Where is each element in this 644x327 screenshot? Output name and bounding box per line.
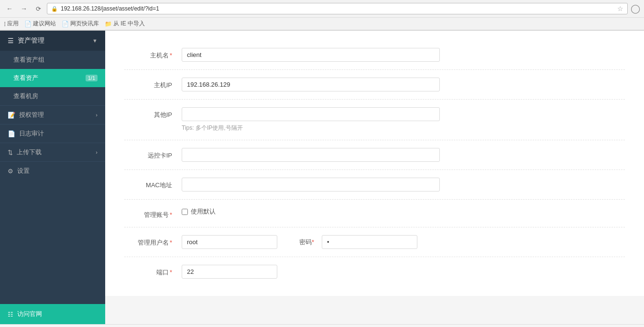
remote-ip-row: 远控卡IP [124,140,625,170]
bookmark-suggest[interactable]: 📄 建议网站 [24,20,56,28]
host-ip-label: 主机IP [124,78,182,90]
hostname-field [182,48,625,62]
mac-field [182,178,625,192]
doc-icon-1: 📄 [24,21,32,27]
sidebar-item-asset-label: 查看资产 [13,74,38,82]
remote-ip-field [182,148,625,162]
forward-button[interactable]: → [18,3,30,14]
refresh-button[interactable]: ⟳ [33,3,44,14]
settings-icon: ⚙ [8,168,13,175]
bookmark-ie[interactable]: 📁 从 IE 中导入 [105,20,145,28]
auth-mgmt-group: 📝 授权管理 › [0,105,105,124]
back-button[interactable]: ← [4,3,15,14]
bookmark-feed-label: 网页快讯库 [70,20,99,28]
chevron-right-icon-auth: › [96,112,98,118]
sidebar-item-asset-group-label: 查看资产组 [13,56,44,64]
folder-icon: 📁 [105,21,112,27]
bookmark-ie-label: 从 IE 中导入 [113,20,145,28]
asset-badge: 1/1 [86,75,98,81]
admin-username-label: 管理用户名* [124,235,182,247]
browser-chrome: ← → ⟳ 🔒 192.168.26.128/jasset/asset/edit… [0,0,644,31]
password-label: 密码* [299,238,314,247]
sidebar-auth-mgmt-header[interactable]: 📝 授权管理 › [0,106,105,124]
grid-icon: ⁝ [4,20,6,28]
auth-icon: 📝 [8,112,15,119]
doc-icon-2: 📄 [62,21,69,27]
footer: Copyright Jumpserver.org Team © 2014-201… [0,324,644,327]
port-input[interactable] [182,265,277,279]
browser-toolbar: ← → ⟳ 🔒 192.168.26.128/jasset/asset/edit… [0,0,644,18]
host-ip-row: 主机IP [124,70,625,100]
sidebar-asset-mgmt-header[interactable]: ☰ 资产管理 ▼ [0,31,105,51]
bookmarks-bar: ⁝ 应用 📄 建议网站 📄 网页快讯库 📁 从 IE 中导入 [0,18,644,30]
chevron-right-icon-upload: › [96,149,98,155]
hostname-row: 主机名* [124,40,625,70]
bookmark-apps[interactable]: ⁝ 应用 [4,20,19,28]
app-layout: ☰ 资产管理 ▼ 查看资产组 查看资产 1/1 查看机房 📝 授权管理 › 📄 … [0,31,644,324]
log-audit-group: 📄 日志审计 [0,124,105,143]
log-icon: 📄 [8,130,15,137]
other-ip-row: 其他IP Tips: 多个IP使用,号隔开 [124,100,625,140]
hostname-label: 主机名* [124,48,182,60]
sidebar-item-datacenter[interactable]: 查看机房 [0,87,105,105]
profile-icon[interactable]: ◯ [631,3,640,14]
url-actions: ☆ [617,5,623,12]
sidebar-auth-mgmt-label: 授权管理 [19,111,44,119]
admin-username-field: 密码* [182,235,625,249]
admin-account-row: 管理账号* 使用默认 [124,200,625,227]
sidebar: ☰ 资产管理 ▼ 查看资产组 查看资产 1/1 查看机房 📝 授权管理 › 📄 … [0,31,105,324]
use-default-row: 使用默认 [182,207,625,216]
hostname-input[interactable] [182,48,440,62]
other-ip-input[interactable] [182,107,440,121]
upload-icon: ⇅ [8,149,13,156]
form-container: 主机名* 主机IP 其他IP [105,31,644,296]
mac-row: MAC地址 [124,170,625,200]
sidebar-official-label: 访问官网 [17,310,42,318]
lock-icon: 🔒 [51,6,58,12]
sidebar-upload-label: 上传下载 [17,148,42,157]
remote-ip-label: 远控卡IP [124,148,182,160]
url-text: 192.168.26.128/jasset/asset/edit/?id=1 [61,5,614,12]
port-field [182,265,625,279]
official-icon: ☷ [8,311,13,318]
mac-label: MAC地址 [124,178,182,190]
upload-download-group: ⇅ 上传下载 › [0,143,105,161]
sidebar-item-asset[interactable]: 查看资产 1/1 [0,69,105,87]
remote-ip-input[interactable] [182,148,440,162]
sidebar-settings-header[interactable]: ⚙ 设置 [0,162,105,180]
bookmark-star-icon[interactable]: ☆ [617,5,623,12]
other-ip-tip: Tips: 多个IP使用,号隔开 [182,124,625,132]
sidebar-upload-header[interactable]: ⇅ 上传下载 › [0,143,105,161]
password-input[interactable] [322,235,417,249]
sidebar-settings-label: 设置 [17,167,30,175]
bookmark-feed[interactable]: 📄 网页快讯库 [62,20,99,28]
sidebar-item-datacenter-label: 查看机房 [13,92,38,101]
bookmark-apps-label: 应用 [7,20,19,28]
sidebar-item-asset-group[interactable]: 查看资产组 [0,51,105,69]
admin-username-input[interactable] [182,235,277,249]
other-ip-field: Tips: 多个IP使用,号隔开 [182,107,625,132]
asset-mgmt-icon: ☰ [8,37,14,45]
admin-account-field: 使用默认 [182,207,625,216]
bookmark-suggest-label: 建议网站 [33,20,56,28]
settings-group: ⚙ 设置 [0,161,105,180]
use-default-label: 使用默认 [191,207,216,216]
port-row: 端口* [124,257,625,286]
mac-input[interactable] [182,178,440,192]
sidebar-asset-mgmt-label: 资产管理 [18,36,44,45]
host-ip-field [182,78,625,91]
sidebar-log-audit-label: 日志审计 [19,129,44,138]
port-label: 端口* [124,265,182,277]
sidebar-log-audit-header[interactable]: 📄 日志审计 [0,124,105,143]
main-content: 主机名* 主机IP 其他IP [105,31,644,324]
admin-username-password-row: 管理用户名* 密码* [124,227,625,257]
host-ip-input[interactable] [182,78,440,91]
chevron-down-icon: ▼ [92,38,98,44]
use-default-checkbox[interactable] [182,209,188,215]
sidebar-official[interactable]: ☷ 访问官网 [0,304,105,324]
other-ip-label: 其他IP [124,107,182,119]
url-bar[interactable]: 🔒 192.168.26.128/jasset/asset/edit/?id=1… [47,3,628,14]
admin-account-label: 管理账号* [124,207,182,219]
